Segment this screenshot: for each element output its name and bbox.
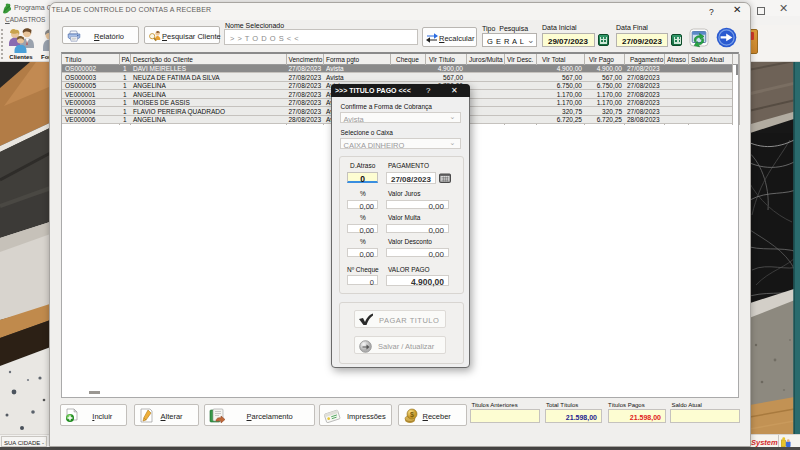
svg-text:$: $ bbox=[410, 411, 414, 419]
